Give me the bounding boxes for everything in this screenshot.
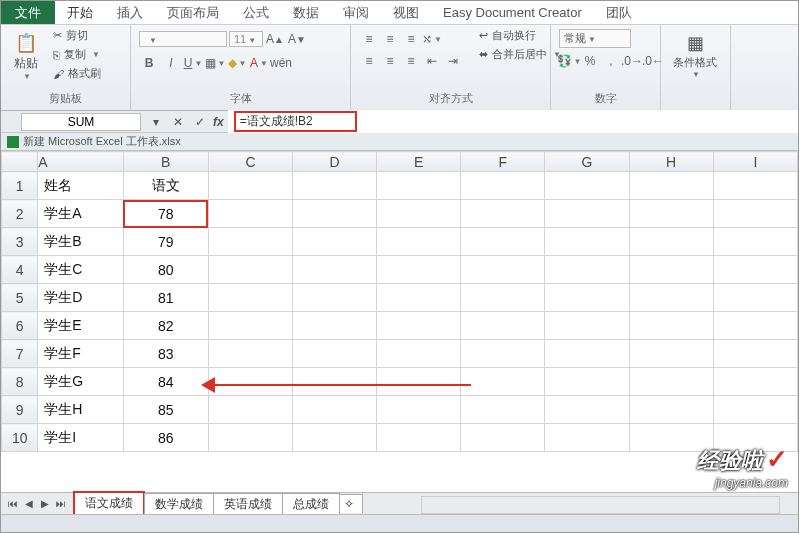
indent-inc-button[interactable]: ⇥ (443, 51, 463, 71)
tab-view[interactable]: 视图 (381, 0, 431, 26)
row-header[interactable]: 7 (2, 340, 38, 368)
cell[interactable] (377, 284, 461, 312)
paste-button[interactable]: 📋 粘贴 ▼ (7, 27, 45, 85)
cell[interactable] (713, 368, 797, 396)
indent-dec-button[interactable]: ⇤ (422, 51, 442, 71)
col-header[interactable]: A (38, 152, 123, 172)
select-all-corner[interactable] (2, 152, 38, 172)
cell[interactable]: 姓名 (38, 172, 123, 200)
horizontal-scrollbar[interactable] (421, 496, 780, 514)
align-left-button[interactable]: ≡ (359, 51, 379, 71)
format-brush-button[interactable]: 🖌格式刷 (49, 65, 105, 82)
cell[interactable] (629, 424, 713, 452)
increase-decimal-button[interactable]: .0→ (622, 51, 642, 71)
col-header[interactable]: I (713, 152, 797, 172)
cell[interactable]: 学生A (38, 200, 123, 228)
cell[interactable] (629, 368, 713, 396)
currency-button[interactable]: 💱▼ (559, 51, 579, 71)
formula-bar[interactable]: =语文成绩!B2 (228, 110, 798, 133)
tab-creator[interactable]: Easy Document Creator (431, 1, 594, 24)
cell[interactable] (208, 312, 292, 340)
cell[interactable] (293, 284, 377, 312)
cell[interactable] (713, 284, 797, 312)
cell[interactable] (293, 312, 377, 340)
cell[interactable] (545, 228, 629, 256)
col-header[interactable]: C (208, 152, 292, 172)
row-header[interactable]: 10 (2, 424, 38, 452)
tab-formula[interactable]: 公式 (231, 0, 281, 26)
tab-data[interactable]: 数据 (281, 0, 331, 26)
cell[interactable]: 80 (123, 256, 208, 284)
cell[interactable] (377, 200, 461, 228)
cell[interactable] (208, 228, 292, 256)
cell[interactable] (545, 256, 629, 284)
sheet-nav-last[interactable]: ⏭ (53, 496, 69, 512)
cell[interactable] (208, 200, 292, 228)
cell-B2-active[interactable]: 78 (123, 200, 208, 228)
cell[interactable] (461, 340, 545, 368)
row-header[interactable]: 1 (2, 172, 38, 200)
spreadsheet-grid[interactable]: A B C D E F G H I 1 姓名 语文 2 学生A 78 3 学生B… (1, 151, 798, 452)
number-format-select[interactable]: 常规▼ (559, 29, 631, 48)
phonetic-button[interactable]: wén (271, 53, 291, 73)
row-header[interactable]: 6 (2, 312, 38, 340)
decrease-decimal-button[interactable]: .0← (643, 51, 663, 71)
cell[interactable]: 学生E (38, 312, 123, 340)
tab-layout[interactable]: 页面布局 (155, 0, 231, 26)
cell[interactable]: 86 (123, 424, 208, 452)
file-tab[interactable]: 文件 (1, 1, 55, 24)
row-header[interactable]: 5 (2, 284, 38, 312)
namebox-dropdown[interactable]: ▾ (145, 113, 167, 131)
cell[interactable] (293, 256, 377, 284)
cell[interactable] (208, 284, 292, 312)
sheet-tab-total[interactable]: 总成绩 (282, 493, 340, 515)
sheet-tab-chinese[interactable]: 语文成绩 (73, 491, 145, 516)
tab-home[interactable]: 开始 (55, 0, 105, 26)
cell[interactable] (461, 172, 545, 200)
cut-button[interactable]: ✂剪切 (49, 27, 105, 44)
underline-button[interactable]: U▼ (183, 53, 203, 73)
align-middle-button[interactable]: ≡ (380, 29, 400, 49)
cell[interactable] (713, 312, 797, 340)
align-bottom-button[interactable]: ≡ (401, 29, 421, 49)
cell[interactable] (545, 172, 629, 200)
cell[interactable] (629, 256, 713, 284)
cell[interactable] (461, 228, 545, 256)
font-size-select[interactable]: 11▼ (229, 31, 263, 47)
row-header[interactable]: 9 (2, 396, 38, 424)
cell[interactable]: 83 (123, 340, 208, 368)
shrink-font-button[interactable]: A▼ (287, 29, 307, 49)
cell[interactable] (461, 312, 545, 340)
cell[interactable]: 学生I (38, 424, 123, 452)
cell[interactable] (461, 396, 545, 424)
cell[interactable] (377, 368, 461, 396)
cell[interactable] (293, 172, 377, 200)
col-header[interactable]: F (461, 152, 545, 172)
cell[interactable] (293, 424, 377, 452)
cell[interactable] (545, 312, 629, 340)
row-header[interactable]: 8 (2, 368, 38, 396)
cell[interactable] (377, 340, 461, 368)
align-top-button[interactable]: ≡ (359, 29, 379, 49)
cell[interactable] (545, 200, 629, 228)
orientation-button[interactable]: ⤭▼ (422, 29, 442, 49)
bold-button[interactable]: B (139, 53, 159, 73)
cell[interactable] (461, 368, 545, 396)
cell[interactable] (713, 424, 797, 452)
border-button[interactable]: ▦▼ (205, 53, 225, 73)
cell[interactable] (629, 200, 713, 228)
italic-button[interactable]: I (161, 53, 181, 73)
row-header[interactable]: 3 (2, 228, 38, 256)
cell[interactable] (293, 200, 377, 228)
name-box[interactable]: SUM (21, 113, 141, 131)
cell[interactable] (545, 284, 629, 312)
cell[interactable]: 学生C (38, 256, 123, 284)
cell[interactable] (461, 256, 545, 284)
cell[interactable]: 85 (123, 396, 208, 424)
cell[interactable]: 84 (123, 368, 208, 396)
cell[interactable] (713, 228, 797, 256)
cell[interactable] (629, 312, 713, 340)
new-sheet-button[interactable]: ✧ (339, 494, 363, 513)
cell[interactable] (713, 256, 797, 284)
align-right-button[interactable]: ≡ (401, 51, 421, 71)
